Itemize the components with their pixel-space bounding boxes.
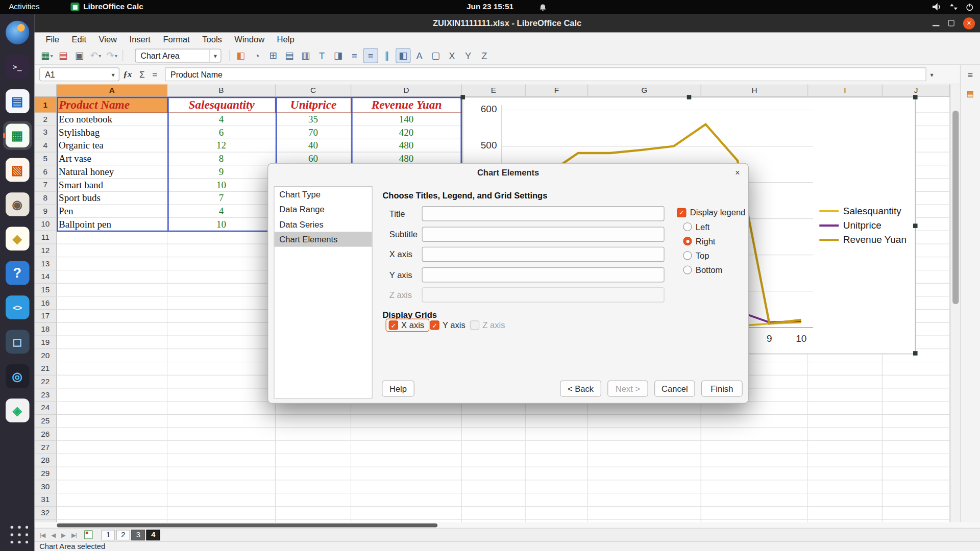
wizard-step-chart-elements[interactable]: Chart Elements [275,232,372,246]
back-button[interactable]: < Back [560,381,601,397]
cell-H31[interactable] [701,493,808,507]
cell-C3[interactable]: 70 [276,126,351,139]
subtitle-input[interactable] [422,227,665,241]
cell-A1[interactable]: Product Name [57,97,167,113]
cell-I30[interactable] [808,481,883,494]
cell-B7[interactable]: 10 [167,179,276,192]
cell-F30[interactable] [526,481,588,494]
cell-H26[interactable] [701,428,808,441]
row-header-1[interactable]: 1 [34,97,57,113]
row-header-5[interactable]: 5 [34,153,57,166]
cell-I28[interactable] [808,454,883,467]
cell-A23[interactable] [57,389,167,402]
sum-icon[interactable]: Σ [139,69,145,80]
chart-selection-handle[interactable] [913,95,918,99]
chevron-down-icon[interactable]: ▾ [209,49,220,62]
legend-position-bottom-row[interactable]: Bottom [683,264,722,276]
cell-A5[interactable]: Art vase [57,153,167,166]
cell-C32[interactable] [276,507,351,520]
cell-D29[interactable] [351,467,462,481]
first-sheet-icon[interactable]: |◀ [38,531,47,538]
app-grid-icon[interactable] [3,518,32,547]
row-header-6[interactable]: 6 [34,165,57,179]
cell-G27[interactable] [588,441,701,454]
dialog-header[interactable]: Chart Elements × [268,164,748,181]
cell-A7[interactable]: Smart band [57,179,167,192]
cell-J25[interactable] [883,415,950,428]
row-header-14[interactable]: 14 [34,270,57,284]
cell-E27[interactable] [462,441,526,454]
cancel-button[interactable]: Cancel [654,381,695,397]
cell-I22[interactable] [808,375,883,389]
cell-B11[interactable] [167,231,276,244]
cell-H28[interactable] [701,454,808,467]
row-header-19[interactable]: 19 [34,336,57,349]
insert-sheet-icon[interactable] [85,531,93,539]
undo-icon[interactable]: ↶▾ [88,48,103,63]
cell-G26[interactable] [588,428,701,441]
cell-B24[interactable] [167,402,276,415]
row-header-31[interactable]: 31 [34,493,57,507]
cell-D25[interactable] [351,415,462,428]
row-header-29[interactable]: 29 [34,467,57,481]
cell-F24[interactable] [526,402,588,415]
grid-x-axis-checkbox[interactable]: ✓ [389,320,398,330]
cell-G31[interactable] [588,493,701,507]
libreoffice-impress-icon[interactable]: ▧ [3,156,32,184]
col-header-A[interactable]: A [57,84,167,96]
col-header-F[interactable]: F [526,84,588,96]
cell-A20[interactable] [57,349,167,362]
cell-I26[interactable] [808,428,883,441]
cell-H24[interactable] [701,402,808,415]
col-header-D[interactable]: D [351,84,462,96]
clock[interactable]: Jun 23 15:51 [467,3,513,11]
cell-C24[interactable] [276,402,351,415]
cell-I27[interactable] [808,441,883,454]
cell-D30[interactable] [351,481,462,494]
menu-edit[interactable]: Edit [65,33,92,47]
cell-C27[interactable] [276,441,351,454]
cell-A24[interactable] [57,402,167,415]
cell-C26[interactable] [276,428,351,441]
cell-J24[interactable] [883,402,950,415]
col-header-H[interactable]: H [701,84,808,96]
cell-I21[interactable] [808,362,883,375]
cell-A30[interactable] [57,481,167,494]
y-axis-input[interactable] [422,267,665,282]
menu-format[interactable]: Format [157,33,196,47]
previous-sheet-icon[interactable]: ◀ [49,531,57,538]
gimp-icon[interactable]: ◉ [3,190,32,218]
volume-icon[interactable] [933,3,942,11]
data-in-columns-icon[interactable]: ▥ [298,48,313,63]
cell-B30[interactable] [167,481,276,494]
cell-A8[interactable]: Sport buds [57,192,167,205]
menu-help[interactable]: Help [271,33,300,47]
finish-button[interactable]: Finish [701,381,743,397]
firefox-icon[interactable] [3,18,32,47]
legend-position-right-row[interactable]: Right [683,235,715,247]
network-icon[interactable] [950,3,958,11]
display-legend-row[interactable]: ✓Display legend [677,206,745,218]
col-header-I[interactable]: I [808,84,883,96]
cell-J28[interactable] [883,454,950,467]
minimize-button[interactable] [932,20,940,26]
sidebar-settings-icon[interactable]: ≡ [965,70,976,80]
cell-B31[interactable] [167,493,276,507]
cell-B14[interactable] [167,270,276,284]
cell-A13[interactable] [57,257,167,270]
row-header-17[interactable]: 17 [34,310,57,323]
dialog-close-icon[interactable]: × [732,167,743,178]
sheet-tab-4[interactable]: 4 [146,530,160,540]
cell-D24[interactable] [351,402,462,415]
vscode-icon[interactable]: <> [3,293,32,321]
cell-I24[interactable] [808,402,883,415]
row-header-15[interactable]: 15 [34,284,57,297]
cell-B18[interactable] [167,323,276,336]
cell-H29[interactable] [701,467,808,481]
row-header-28[interactable]: 28 [34,454,57,467]
cell-I23[interactable] [808,389,883,402]
cell-A2[interactable]: Eco notebook [57,113,167,127]
help-button[interactable]: Help [382,381,414,397]
cell-A12[interactable] [57,244,167,258]
last-sheet-icon[interactable]: ▶| [69,531,78,538]
